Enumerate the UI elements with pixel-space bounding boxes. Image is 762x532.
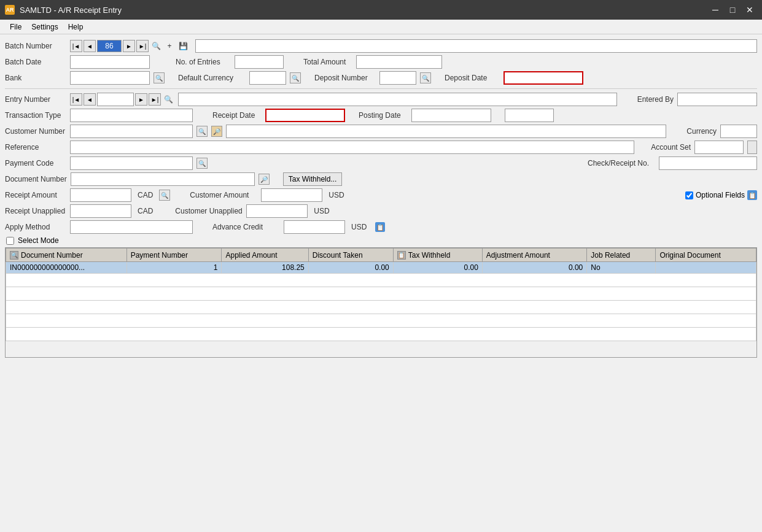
- posting-date-input[interactable]: 24-11-2022: [411, 109, 491, 122]
- payment-code-label: Payment Code: [5, 159, 66, 168]
- transaction-type-input[interactable]: Receipt: [70, 109, 193, 122]
- col-document-number[interactable]: 🔍 Document Number: [6, 249, 127, 262]
- receipt-date-input[interactable]: 24-11-2022: [265, 109, 345, 122]
- col-discount-taken[interactable]: Discount Taken: [308, 249, 393, 262]
- customer-zoom-icon[interactable]: 🔎: [211, 126, 222, 137]
- bank-search-icon[interactable]: 🔍: [154, 72, 165, 83]
- deposit-number-search-icon[interactable]: 🔍: [420, 72, 431, 83]
- select-mode-checkbox[interactable]: [6, 237, 14, 245]
- entry-search-icon[interactable]: 🔍: [162, 93, 174, 106]
- receipt-amount-search-icon[interactable]: 🔍: [159, 190, 170, 201]
- period-input[interactable]: 2022 - 11: [505, 109, 554, 122]
- documents-table: 🔍 Document Number Payment Number Applied…: [6, 248, 756, 341]
- customer-unapplied-input[interactable]: 0.00: [246, 204, 308, 218]
- entry-next-btn[interactable]: ►: [135, 93, 147, 106]
- entry-number-input[interactable]: 1: [97, 93, 134, 106]
- col-original-document[interactable]: Original Document: [656, 249, 756, 262]
- main-form: Batch Number |◄ ◄ ► ►| 🔍 + 💾 Batch Date …: [0, 34, 762, 532]
- batch-prev-btn[interactable]: ◄: [84, 40, 96, 52]
- entered-by-input[interactable]: ADMIN: [677, 93, 757, 106]
- table-row[interactable]: IN000000000000000... 1 108.25 0.00 0.00 …: [6, 262, 756, 274]
- col-payment-number[interactable]: Payment Number: [126, 249, 222, 262]
- entry-first-btn[interactable]: |◄: [70, 93, 82, 106]
- no-entries-input[interactable]: 1: [235, 55, 284, 69]
- batch-description-input[interactable]: [195, 39, 757, 53]
- transaction-type-row: Transaction Type Receipt Receipt Date 24…: [5, 109, 757, 122]
- optional-fields-label: Optional Fields: [696, 191, 745, 199]
- tax-withheld-button[interactable]: Tax Withheld...: [283, 172, 343, 186]
- entry-prev-btn[interactable]: ◄: [84, 93, 96, 106]
- check-receipt-input[interactable]: 000000086-00001: [659, 156, 757, 170]
- menu-help[interactable]: Help: [63, 21, 88, 33]
- no-entries-label: No. of Entries: [176, 58, 231, 66]
- minimize-button[interactable]: ─: [708, 2, 723, 17]
- restore-button[interactable]: □: [725, 2, 740, 17]
- customer-number-input[interactable]: 1200: [70, 125, 193, 138]
- close-window-button[interactable]: ✕: [742, 2, 757, 17]
- apply-method-row: Apply Method Prorate by Amount Advance C…: [5, 220, 757, 234]
- col-tax-withheld[interactable]: 📋 Tax Withheld: [393, 249, 482, 262]
- receipt-unapplied-currency: CAD: [135, 206, 155, 217]
- deposit-number-input[interactable]: 1: [379, 71, 416, 85]
- deposit-date-input[interactable]: 01-12-2022: [503, 71, 583, 85]
- menu-bar: File Settings Help: [0, 20, 762, 34]
- optional-fields-icon[interactable]: 📋: [747, 190, 757, 200]
- batch-add-icon[interactable]: +: [163, 40, 176, 52]
- payment-code-search-icon[interactable]: 🔍: [196, 158, 208, 169]
- apply-method-label: Apply Method: [5, 223, 66, 231]
- bank-row: Bank TEST4 🔍 Default Currency CAD 🔍 Depo…: [5, 71, 757, 85]
- apply-method-input[interactable]: Prorate by Amount: [70, 220, 193, 234]
- batch-date-row: Batch Date 24-11-2022 No. of Entries 1 T…: [5, 55, 757, 69]
- menu-settings[interactable]: Settings: [26, 21, 63, 33]
- currency-label: Currency: [680, 127, 717, 136]
- col-applied-amount[interactable]: Applied Amount: [222, 249, 308, 262]
- cell-document-number: IN000000000000000...: [6, 262, 127, 274]
- customer-amount-label: Customer Amount: [190, 191, 257, 199]
- batch-nav-controls: |◄ ◄ ► ►| 🔍 + 💾: [70, 40, 189, 52]
- receipt-amount-label: Receipt Amount: [5, 191, 66, 199]
- receipt-unapplied-input[interactable]: 0.00: [70, 204, 131, 218]
- document-number-input[interactable]: PY000000000000000098: [71, 172, 255, 186]
- advance-credit-input[interactable]: 0.00: [284, 220, 345, 234]
- account-set-scroll[interactable]: [747, 141, 757, 154]
- receipt-amount-input[interactable]: 166.25: [70, 188, 131, 202]
- customer-number-row: Customer Number 1200 🔍 🔎 Mr. Ronald Blac…: [5, 125, 757, 138]
- receipt-unapplied-label: Receipt Unapplied: [5, 207, 66, 215]
- reference-input[interactable]: [70, 141, 634, 154]
- batch-search-icon[interactable]: 🔍: [150, 40, 162, 52]
- currency-input[interactable]: USD: [720, 125, 757, 138]
- currency-search-icon[interactable]: 🔍: [290, 72, 301, 83]
- total-amount-label: Total Amount: [303, 58, 352, 66]
- entry-last-btn[interactable]: ►|: [149, 93, 161, 106]
- cell-job-related: No: [587, 262, 656, 274]
- batch-first-btn[interactable]: |◄: [70, 40, 82, 52]
- advance-credit-currency: USD: [349, 222, 369, 233]
- tax-withheld-col-icon[interactable]: 📋: [397, 251, 406, 260]
- receipt-amount-row: Receipt Amount 166.25 CAD 🔍 Customer Amo…: [5, 188, 757, 202]
- customer-unapplied-currency: USD: [311, 206, 332, 217]
- documents-table-wrapper[interactable]: 🔍 Document Number Payment Number Applied…: [5, 247, 757, 358]
- doc-number-search-icon[interactable]: 🔍: [10, 251, 18, 260]
- payment-code-input[interactable]: CHECK: [70, 156, 193, 170]
- table-row: [6, 274, 756, 287]
- menu-file[interactable]: File: [5, 21, 26, 33]
- batch-number-input[interactable]: [97, 40, 122, 52]
- col-job-related[interactable]: Job Related: [587, 249, 656, 262]
- optional-fields-checkbox[interactable]: [685, 191, 693, 199]
- batch-date-input[interactable]: 24-11-2022: [70, 55, 150, 69]
- customer-name-input[interactable]: Mr. Ronald Black: [226, 125, 666, 138]
- default-currency-input[interactable]: CAD: [249, 71, 286, 85]
- customer-search-icon[interactable]: 🔍: [196, 126, 208, 137]
- batch-last-btn[interactable]: ►|: [136, 40, 149, 52]
- bank-input[interactable]: TEST4: [70, 71, 150, 85]
- entry-description-input[interactable]: [178, 93, 617, 106]
- batch-save-icon[interactable]: 💾: [177, 40, 189, 52]
- col-adjustment-amount[interactable]: Adjustment Amount: [482, 249, 586, 262]
- customer-amount-input[interactable]: 108.25: [261, 188, 322, 202]
- batch-next-btn[interactable]: ►: [123, 40, 135, 52]
- customer-number-label: Customer Number: [5, 127, 66, 136]
- total-amount-input[interactable]: 166.250: [356, 55, 442, 69]
- document-search-icon[interactable]: 🔎: [259, 174, 270, 185]
- advance-credit-icon[interactable]: 📋: [375, 222, 385, 232]
- account-set-input[interactable]: USA: [694, 141, 744, 154]
